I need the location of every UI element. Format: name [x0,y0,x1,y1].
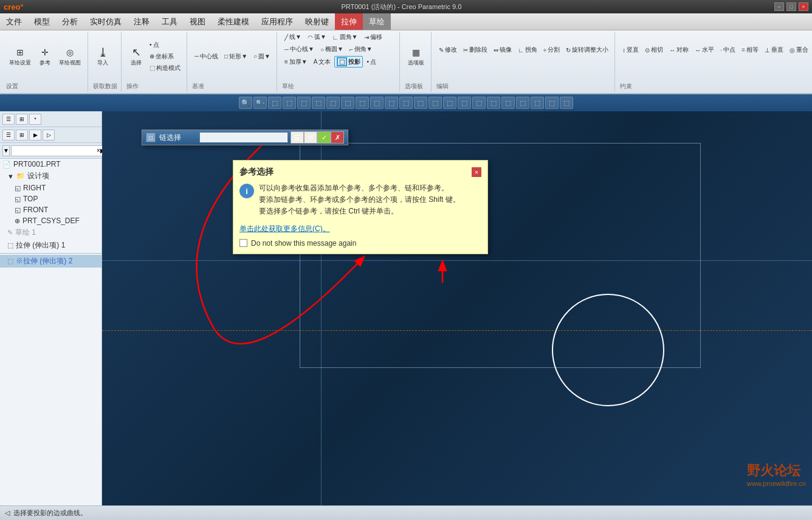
tool-btn-3[interactable]: ⬚ [312,97,325,109]
ref-close-button[interactable]: × [472,167,481,177]
tool-btn-18[interactable]: ⬚ [531,97,544,109]
tree-item-sketch1[interactable]: ✎ 草绘 1 [0,226,102,239]
tree-item-right[interactable]: ◱ RIGHT [0,182,102,193]
tool-btn-5[interactable]: ⬚ [341,97,354,109]
rect-button[interactable]: □ 矩形▼ [222,51,250,62]
horizontal-button[interactable]: ↔水平 [692,44,717,55]
tool-btn-19[interactable]: ⬚ [545,97,559,109]
tree-item-extrude2[interactable]: ⬚ ※拉伸 (伸出项) 2 [0,255,102,268]
tool-btn-20[interactable]: ⬚ [560,97,573,109]
sketch-view-button[interactable]: ◎ 草绘视图 [56,44,84,69]
mirror-button[interactable]: ⇔镜像 [491,44,514,55]
palette-button[interactable]: ▦ 选项板 [405,44,427,69]
menu-simulation[interactable]: 实时仿真 [84,13,128,30]
tree-item-extrude1[interactable]: ⬚ 拉伸 (伸出项) 1 [0,239,102,252]
symmetric-button[interactable]: ↔对称 [667,44,691,55]
tangent-button[interactable]: ⊙相切 [642,44,666,55]
csys-button[interactable]: ⊕ 坐标系 [147,51,183,62]
tree-item-top[interactable]: ◱ TOP [0,193,102,204]
tree-item-front[interactable]: ◱ FRONT [0,204,102,215]
tool-btn-10[interactable]: ⬚ [414,97,427,109]
menu-extrude[interactable]: 拉伸 [335,13,363,30]
grid-view-button[interactable]: ⊞ [16,130,28,140]
line-button[interactable]: ╱线▼ [282,32,304,43]
chamfer-button[interactable]: ⌐倒角▼ [347,44,375,55]
construct-button[interactable]: ⬚ 构造模式 [147,63,183,74]
tool-btn-16[interactable]: ⬚ [501,97,515,109]
circle-button[interactable]: ○ 圆▼ [251,51,273,62]
fillet-button[interactable]: ∟圆角▼ [330,32,360,43]
project-button[interactable]: ⬚ 投影 [334,56,363,68]
tool-btn-6[interactable]: ⬚ [356,97,369,109]
tree-settings-button[interactable]: ☰ [2,114,15,125]
minimize-button[interactable]: − [774,2,784,11]
tree-item-csys[interactable]: ⊕ PRT_CSYS_DEF [0,215,102,226]
menu-model[interactable]: 模型 [28,13,56,30]
chain-refresh-button[interactable]: ↺ [304,131,317,144]
search-input[interactable] [13,146,97,156]
close-button[interactable]: × [799,2,808,11]
menu-view[interactable]: 视图 [184,13,212,30]
zoom-out-button[interactable]: 🔍- [253,97,267,109]
menu-mappings[interactable]: 映射键 [299,13,335,30]
zoom-in-button[interactable]: 🔍 [239,97,252,109]
pt2-button[interactable]: •点 [364,57,379,68]
tree-item-design[interactable]: ▼ 📁 设计项 [0,170,102,182]
perpendicular-button[interactable]: ⊥垂直 [762,44,786,55]
chain-confirm-button[interactable]: ✓ [317,131,331,144]
tool-btn-4[interactable]: ⬚ [326,97,340,109]
zoom-fit-button[interactable]: ⬚ [268,97,281,109]
midpoint-button[interactable]: ·中点 [718,44,738,55]
vertical-constraint-button[interactable]: ↕竖直 [620,44,641,55]
menu-file[interactable]: 文件 [0,13,28,30]
list-view-button[interactable]: ☰ [2,130,15,140]
reference-button[interactable]: ✛ 参考 [35,44,55,69]
tool-btn-17[interactable]: ⬚ [516,97,529,109]
sketch-settings-button[interactable]: ⊞ 草绘设置 [6,44,34,69]
ellipse-button[interactable]: ○椭圆▼ [318,44,346,55]
menu-sketch[interactable]: 草绘 [363,13,391,30]
import-button[interactable]: ⤓ 导入 [93,44,112,69]
ref-more-info-link[interactable]: 单击此处获取更多信息(C)。 [239,224,481,234]
centerline-button[interactable]: ─ 中心线 [192,51,221,62]
tool-btn-1[interactable]: ⬚ [283,97,296,109]
split-button[interactable]: ÷分割 [541,44,563,55]
tree-item-prt0001[interactable]: 📄 PRT0001.PRT [0,159,102,170]
modify-button[interactable]: ✎修改 [436,44,459,55]
tool-btn-14[interactable]: ⬚ [472,97,486,109]
ref-checkbox[interactable] [239,239,247,247]
menu-tools[interactable]: 工具 [156,13,184,30]
select-button[interactable]: ↖ 选择 [126,44,146,69]
chain-cancel-button[interactable]: ✗ [331,131,344,144]
tool-btn-12[interactable]: ⬚ [443,97,456,109]
canvas[interactable]: □ 链选择 ☰ ↺ ✓ ✗ 参考选择 × i 可以向参考收集器添加单个参考、多个… [102,111,812,505]
chain-input[interactable] [199,132,288,143]
tree-asterisk-button[interactable]: * [29,114,41,125]
chain-menu-button[interactable]: ☰ [291,131,304,144]
menu-analysis[interactable]: 分析 [56,13,84,30]
coincident-button[interactable]: ◎重合 [787,44,811,55]
equal-button[interactable]: =相等 [739,44,761,55]
tool-btn-7[interactable]: ⬚ [370,97,384,109]
cl2-button[interactable]: ─中心线▼ [282,44,317,55]
menu-annotation[interactable]: 注释 [128,13,156,30]
delete-seg-button[interactable]: ✂删除段 [461,44,490,55]
corner-button[interactable]: ∟拐角 [515,44,540,55]
offset-button[interactable]: ⇥偏移 [362,32,385,43]
panel-more-button[interactable]: ▷ [43,130,55,140]
maximize-button[interactable]: □ [786,2,796,11]
text-button[interactable]: A文本 [311,57,334,68]
expand-button[interactable]: ▶ [29,130,41,140]
point-button[interactable]: • 点 [147,40,183,50]
tool-btn-9[interactable]: ⬚ [399,97,413,109]
tree-options-button[interactable]: ⊞ [16,114,28,125]
menu-apps[interactable]: 应用程序 [255,13,299,30]
menu-flexible[interactable]: 柔性建模 [212,13,255,30]
tool-btn-11[interactable]: ⬚ [428,97,442,109]
rotate-resize-button[interactable]: ↻旋转调整大小 [563,44,611,55]
thicken-button[interactable]: ≡加厚▼ [282,57,310,68]
tool-btn-13[interactable]: ⬚ [458,97,471,109]
tool-btn-15[interactable]: ⬚ [487,97,500,109]
tool-btn-2[interactable]: ⬚ [297,97,311,109]
tool-btn-8[interactable]: ⬚ [385,97,398,109]
